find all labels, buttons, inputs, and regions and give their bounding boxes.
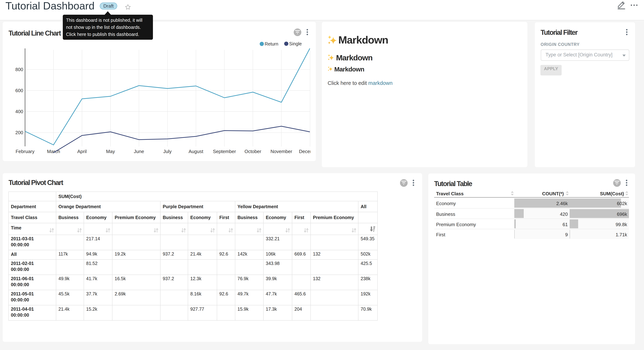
svg-text:Single: Single bbox=[289, 41, 302, 46]
svg-text:December: December bbox=[299, 149, 310, 154]
svg-text:October: October bbox=[244, 149, 262, 154]
svg-text:November: November bbox=[270, 149, 292, 154]
svg-text:July: July bbox=[163, 149, 172, 154]
svg-text:400: 400 bbox=[16, 109, 23, 114]
svg-text:May: May bbox=[106, 149, 115, 154]
svg-text:February: February bbox=[16, 149, 34, 154]
svg-text:800: 800 bbox=[16, 67, 23, 72]
svg-text:600: 600 bbox=[16, 88, 23, 93]
svg-text:April: April bbox=[77, 149, 87, 154]
svg-text:June: June bbox=[134, 149, 144, 154]
svg-text:August: August bbox=[189, 149, 204, 154]
svg-text:September: September bbox=[213, 149, 236, 154]
svg-text:200: 200 bbox=[16, 130, 23, 135]
svg-text:Return: Return bbox=[265, 41, 278, 46]
